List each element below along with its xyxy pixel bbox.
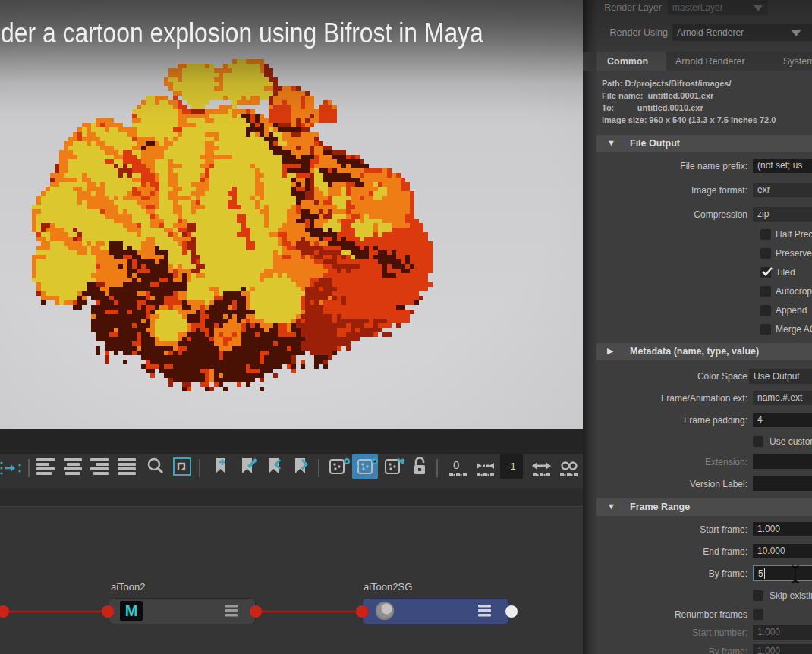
svg-text:0: 0 xyxy=(453,458,459,471)
